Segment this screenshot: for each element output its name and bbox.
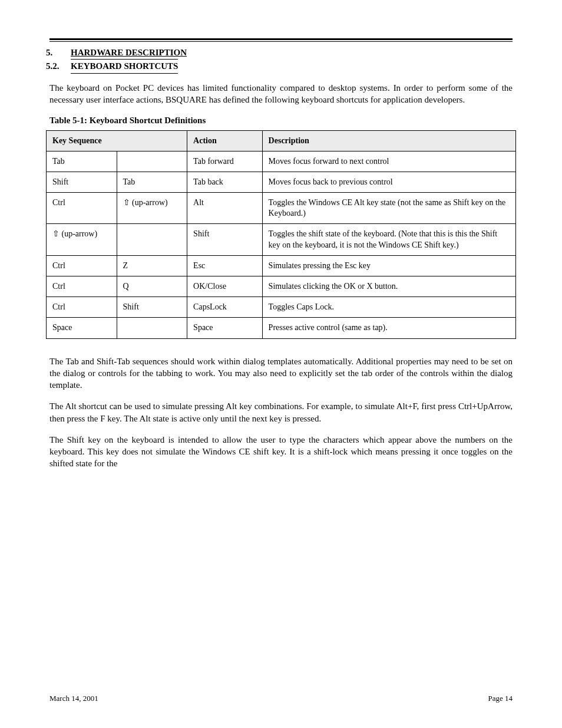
- chapter-title: HARDWARE DESCRIPTION: [71, 48, 187, 58]
- section-heading: 5.2. KEYBOARD SHORTCUTS: [46, 61, 516, 71]
- cell-key2: Shift: [117, 297, 187, 318]
- cell-key1: Tab: [47, 151, 117, 172]
- cell-action: Shift: [187, 224, 263, 255]
- cell-key2: Q: [117, 276, 187, 297]
- cell-key2: [117, 151, 187, 172]
- cell-key1: Ctrl: [47, 276, 117, 297]
- table-row: Ctrl ⇧ (up-arrow) Alt Toggles the Window…: [47, 193, 516, 224]
- cell-key1: Ctrl: [47, 297, 117, 318]
- cell-key1: Ctrl: [47, 255, 117, 276]
- cell-action: Tab back: [187, 172, 263, 192]
- cell-action: Esc: [187, 255, 263, 276]
- cell-action: Tab forward: [187, 151, 263, 172]
- table-row: Ctrl Z Esc Simulates pressing the Esc ke…: [47, 255, 516, 276]
- shortcuts-table: Key Sequence Action Description Tab Tab …: [46, 130, 516, 339]
- cell-key2: [117, 318, 187, 338]
- cell-key2: Tab: [117, 172, 187, 192]
- table-row: Tab Tab forward Moves focus forward to n…: [47, 151, 516, 172]
- table-caption: Table 5-1: Keyboard Shortcut Definitions: [49, 116, 513, 126]
- cell-key2: ⇧ (up-arrow): [117, 193, 187, 224]
- cell-desc: Presses active control (same as tap).: [262, 318, 515, 338]
- table-header-row: Key Sequence Action Description: [47, 130, 516, 151]
- cell-key1: Shift: [47, 172, 117, 192]
- cell-action: Space: [187, 318, 263, 338]
- chapter-number: 5.: [46, 48, 71, 58]
- table-row: Shift Tab Tab back Moves focus back to p…: [47, 172, 516, 192]
- col-key-sequence: Key Sequence: [47, 130, 187, 151]
- note-paragraph: The Alt shortcut can be used to simulate…: [49, 400, 513, 424]
- intro-paragraph: The keyboard on Pocket PC devices has li…: [49, 82, 513, 106]
- cell-desc: Simulates clicking the OK or X button.: [262, 276, 515, 297]
- table-row: Space Space Presses active control (same…: [47, 318, 516, 338]
- cell-desc: Toggles the shift state of the keyboard.…: [262, 224, 515, 255]
- header-rule: [49, 38, 513, 42]
- table-row: Ctrl Q OK/Close Simulates clicking the O…: [47, 276, 516, 297]
- cell-key1: Space: [47, 318, 117, 338]
- cell-key1: ⇧ (up-arrow): [47, 224, 117, 255]
- chapter-heading: 5. HARDWARE DESCRIPTION: [46, 48, 516, 58]
- cell-action: Alt: [187, 193, 263, 224]
- note-paragraph: The Shift key on the keyboard is intende…: [49, 434, 513, 470]
- cell-desc: Moves focus back to previous control: [262, 172, 515, 192]
- cell-key2: Z: [117, 255, 187, 276]
- col-description: Description: [262, 130, 515, 151]
- cell-action: OK/Close: [187, 276, 263, 297]
- cell-action: CapsLock: [187, 297, 263, 318]
- cell-desc: Simulates pressing the Esc key: [262, 255, 515, 276]
- page-footer: March 14, 2001 Page 14: [49, 694, 513, 703]
- table-row: ⇧ (up-arrow) Shift Toggles the shift sta…: [47, 224, 516, 255]
- section-number: 5.2.: [46, 61, 71, 71]
- table-row: Ctrl Shift CapsLock Toggles Caps Lock.: [47, 297, 516, 318]
- footer-date: March 14, 2001: [49, 694, 98, 703]
- footer-page: Page 14: [488, 694, 513, 703]
- cell-key1: Ctrl: [47, 193, 117, 224]
- cell-desc: Toggles the Windows CE Alt key state (no…: [262, 193, 515, 224]
- note-paragraph: The Tab and Shift-Tab sequences should w…: [49, 355, 513, 391]
- cell-desc: Toggles Caps Lock.: [262, 297, 515, 318]
- cell-desc: Moves focus forward to next control: [262, 151, 515, 172]
- section-title: KEYBOARD SHORTCUTS: [71, 61, 178, 71]
- cell-key2: [117, 224, 187, 255]
- col-action: Action: [187, 130, 263, 151]
